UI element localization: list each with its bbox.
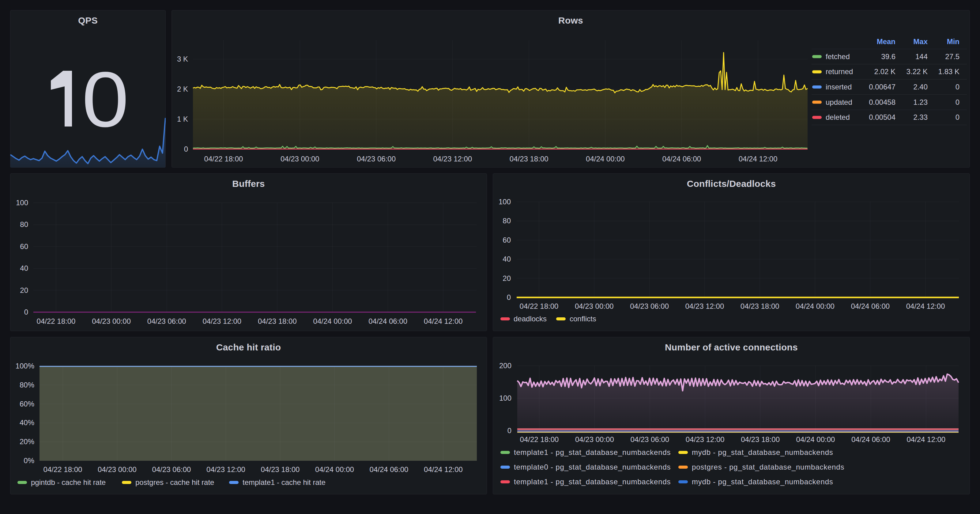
svg-text:04/24 00:00: 04/24 00:00 bbox=[315, 465, 354, 474]
svg-text:returned: returned bbox=[826, 67, 853, 76]
svg-text:200: 200 bbox=[499, 361, 511, 370]
svg-text:04/24 12:00: 04/24 12:00 bbox=[739, 155, 778, 163]
svg-text:60: 60 bbox=[503, 236, 511, 244]
svg-text:40: 40 bbox=[20, 264, 28, 272]
svg-text:04/23 12:00: 04/23 12:00 bbox=[686, 435, 725, 444]
svg-text:conflicts: conflicts bbox=[570, 315, 596, 323]
svg-text:Min: Min bbox=[947, 37, 959, 46]
svg-text:template0 - pg_stat_database_n: template0 - pg_stat_database_numbackends bbox=[514, 463, 671, 471]
svg-text:04/22 18:00: 04/22 18:00 bbox=[43, 465, 83, 474]
svg-text:1.83 K: 1.83 K bbox=[939, 67, 959, 76]
svg-text:04/24 06:00: 04/24 06:00 bbox=[851, 435, 890, 444]
svg-text:04/24 00:00: 04/24 00:00 bbox=[795, 302, 835, 310]
svg-text:2.02 K: 2.02 K bbox=[874, 67, 896, 76]
svg-text:20%: 20% bbox=[20, 438, 34, 446]
svg-text:mydb - pg_stat_database_numbac: mydb - pg_stat_database_numbackends bbox=[692, 477, 833, 486]
svg-text:04/24 00:00: 04/24 00:00 bbox=[796, 435, 835, 444]
svg-text:0: 0 bbox=[24, 308, 28, 316]
svg-text:3.22 K: 3.22 K bbox=[907, 67, 928, 76]
svg-text:04/23 06:00: 04/23 06:00 bbox=[630, 302, 669, 310]
svg-text:27.5: 27.5 bbox=[945, 53, 959, 60]
svg-text:2 K: 2 K bbox=[177, 85, 188, 93]
svg-text:0%: 0% bbox=[24, 457, 34, 465]
svg-text:80: 80 bbox=[20, 220, 28, 229]
svg-text:pgintdb - cache hit rate: pgintdb - cache hit rate bbox=[31, 478, 106, 487]
svg-text:deleted: deleted bbox=[826, 113, 850, 121]
svg-text:postgres - cache hit rate: postgres - cache hit rate bbox=[135, 478, 214, 487]
svg-text:04/23 06:00: 04/23 06:00 bbox=[152, 465, 191, 474]
svg-text:04/22 18:00: 04/22 18:00 bbox=[37, 317, 76, 325]
svg-text:04/23 00:00: 04/23 00:00 bbox=[98, 465, 137, 474]
svg-text:0: 0 bbox=[956, 113, 959, 121]
svg-text:1.23: 1.23 bbox=[913, 98, 928, 106]
svg-text:template1 - pg_stat_database_n: template1 - pg_stat_database_numbackends bbox=[514, 448, 671, 457]
svg-text:04/24 06:00: 04/24 06:00 bbox=[851, 302, 890, 310]
svg-text:04/24 12:00: 04/24 12:00 bbox=[906, 302, 945, 310]
svg-text:0: 0 bbox=[82, 56, 129, 143]
svg-text:04/23 06:00: 04/23 06:00 bbox=[357, 155, 396, 163]
svg-text:04/23 12:00: 04/23 12:00 bbox=[686, 302, 724, 310]
svg-text:40%: 40% bbox=[20, 419, 34, 427]
svg-text:04/23 00:00: 04/23 00:00 bbox=[280, 155, 320, 163]
svg-text:04/23 06:00: 04/23 06:00 bbox=[147, 317, 186, 325]
svg-text:100: 100 bbox=[499, 197, 511, 206]
svg-text:60: 60 bbox=[20, 242, 28, 251]
svg-text:fetched: fetched bbox=[826, 53, 850, 60]
svg-text:04/22 18:00: 04/22 18:00 bbox=[204, 155, 243, 163]
svg-text:80: 80 bbox=[503, 216, 511, 225]
svg-text:3 K: 3 K bbox=[177, 55, 188, 63]
svg-text:04/22 18:00: 04/22 18:00 bbox=[520, 302, 558, 310]
svg-text:100%: 100% bbox=[16, 362, 34, 370]
svg-text:100: 100 bbox=[16, 199, 28, 207]
svg-text:04/24 12:00: 04/24 12:00 bbox=[424, 317, 463, 325]
svg-text:04/23 18:00: 04/23 18:00 bbox=[741, 435, 780, 444]
svg-text:04/23 00:00: 04/23 00:00 bbox=[575, 302, 614, 310]
svg-text:04/24 06:00: 04/24 06:00 bbox=[662, 155, 701, 163]
svg-text:20: 20 bbox=[20, 286, 28, 294]
svg-text:40: 40 bbox=[503, 255, 511, 263]
svg-text:20: 20 bbox=[503, 274, 511, 282]
svg-text:100: 100 bbox=[499, 394, 511, 402]
svg-text:0.00647: 0.00647 bbox=[869, 83, 896, 91]
svg-text:0.00504: 0.00504 bbox=[869, 113, 896, 121]
svg-text:04/24 06:00: 04/24 06:00 bbox=[370, 465, 409, 474]
svg-text:04/24 00:00: 04/24 00:00 bbox=[313, 317, 352, 325]
svg-text:inserted: inserted bbox=[826, 83, 852, 91]
svg-text:04/23 12:00: 04/23 12:00 bbox=[207, 465, 245, 474]
svg-text:04/23 00:00: 04/23 00:00 bbox=[92, 317, 131, 325]
svg-text:2.40: 2.40 bbox=[913, 83, 928, 91]
svg-text:1 K: 1 K bbox=[177, 115, 188, 123]
svg-text:Mean: Mean bbox=[877, 37, 896, 46]
svg-text:template1 - cache hit rate: template1 - cache hit rate bbox=[243, 478, 326, 487]
svg-text:144: 144 bbox=[915, 53, 928, 60]
svg-text:39.6: 39.6 bbox=[881, 53, 896, 60]
svg-text:04/22 18:00: 04/22 18:00 bbox=[520, 435, 559, 444]
svg-text:04/23 12:00: 04/23 12:00 bbox=[202, 317, 241, 325]
svg-text:04/23 00:00: 04/23 00:00 bbox=[575, 435, 614, 444]
svg-text:04/24 00:00: 04/24 00:00 bbox=[586, 155, 625, 163]
svg-text:04/23 06:00: 04/23 06:00 bbox=[630, 435, 669, 444]
svg-text:04/23 18:00: 04/23 18:00 bbox=[261, 465, 300, 474]
svg-text:2.33: 2.33 bbox=[913, 113, 928, 121]
svg-text:0: 0 bbox=[508, 426, 511, 434]
svg-text:deadlocks: deadlocks bbox=[514, 315, 547, 323]
svg-text:0.00458: 0.00458 bbox=[869, 98, 896, 106]
svg-text:template1 - pg_stat_database_n: template1 - pg_stat_database_numbackends bbox=[514, 477, 671, 486]
svg-text:0: 0 bbox=[956, 98, 959, 106]
svg-text:04/23 18:00: 04/23 18:00 bbox=[258, 317, 297, 325]
svg-text:04/23 12:00: 04/23 12:00 bbox=[433, 155, 472, 163]
svg-text:postgres - pg_stat_database_nu: postgres - pg_stat_database_numbackends bbox=[692, 463, 844, 471]
svg-text:mydb - pg_stat_database_numbac: mydb - pg_stat_database_numbackends bbox=[692, 448, 833, 457]
svg-text:04/24 06:00: 04/24 06:00 bbox=[368, 317, 407, 325]
svg-text:80%: 80% bbox=[20, 381, 34, 389]
svg-text:updated: updated bbox=[826, 98, 852, 106]
svg-text:0: 0 bbox=[184, 145, 188, 153]
svg-text:04/24 12:00: 04/24 12:00 bbox=[907, 435, 945, 444]
svg-text:0: 0 bbox=[956, 83, 959, 91]
svg-text:04/23 18:00: 04/23 18:00 bbox=[740, 302, 780, 310]
svg-text:60%: 60% bbox=[20, 400, 34, 408]
svg-text:0: 0 bbox=[507, 293, 511, 301]
svg-text:04/24 12:00: 04/24 12:00 bbox=[424, 465, 463, 474]
svg-text:Max: Max bbox=[913, 37, 928, 46]
svg-text:04/23 18:00: 04/23 18:00 bbox=[510, 155, 549, 163]
